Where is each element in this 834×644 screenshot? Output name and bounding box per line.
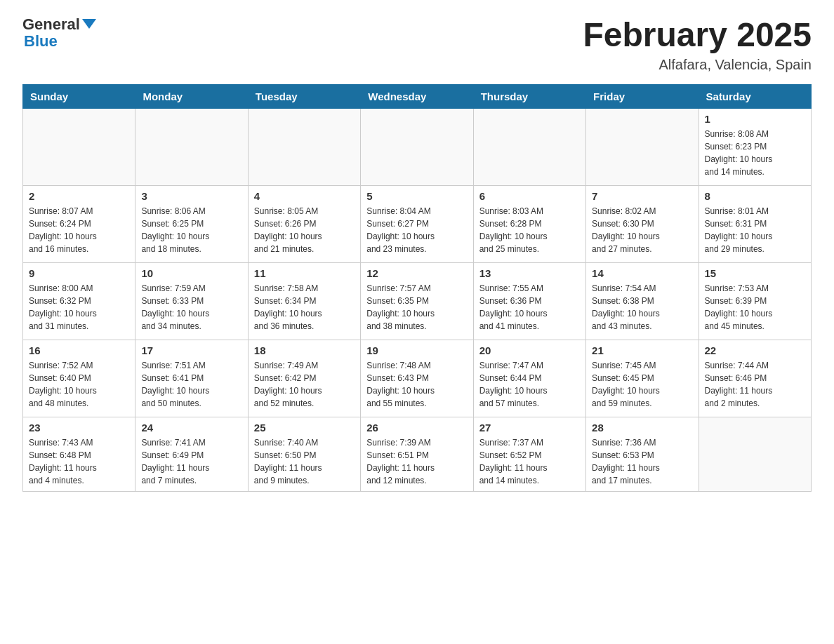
day-number: 25 [254,422,355,434]
day-number: 28 [592,422,692,434]
day-number: 14 [592,267,692,279]
logo-blue-text: Blue [24,32,58,51]
day-number: 22 [705,344,805,356]
calendar-week-row: 23Sunrise: 7:43 AM Sunset: 6:48 PM Dayli… [23,417,812,491]
calendar-cell: 9Sunrise: 8:00 AM Sunset: 6:32 PM Daylig… [23,262,135,340]
day-info: Sunrise: 7:55 AM Sunset: 6:36 PM Dayligh… [479,282,580,333]
calendar-title: February 2025 [583,17,812,54]
calendar-cell [586,108,699,185]
calendar-cell: 19Sunrise: 7:48 AM Sunset: 6:43 PM Dayli… [361,340,473,417]
calendar-cell [248,108,360,185]
day-number: 11 [254,267,355,279]
calendar-cell: 14Sunrise: 7:54 AM Sunset: 6:38 PM Dayli… [586,262,699,340]
day-number: 6 [479,190,580,202]
day-info: Sunrise: 7:40 AM Sunset: 6:50 PM Dayligh… [254,436,355,487]
calendar-cell: 22Sunrise: 7:44 AM Sunset: 6:46 PM Dayli… [699,340,811,417]
calendar-cell [23,108,135,185]
calendar-cell: 5Sunrise: 8:04 AM Sunset: 6:27 PM Daylig… [361,185,473,262]
day-info: Sunrise: 7:43 AM Sunset: 6:48 PM Dayligh… [29,436,129,487]
calendar-cell: 23Sunrise: 7:43 AM Sunset: 6:48 PM Dayli… [23,417,135,491]
calendar-cell: 10Sunrise: 7:59 AM Sunset: 6:33 PM Dayli… [135,262,248,340]
calendar-cell: 16Sunrise: 7:52 AM Sunset: 6:40 PM Dayli… [23,340,135,417]
day-number: 20 [479,344,580,356]
calendar-cell [361,108,473,185]
day-number: 16 [29,344,129,356]
calendar-week-row: 1Sunrise: 8:08 AM Sunset: 6:23 PM Daylig… [23,108,812,185]
calendar-cell: 20Sunrise: 7:47 AM Sunset: 6:44 PM Dayli… [473,340,585,417]
day-info: Sunrise: 7:36 AM Sunset: 6:53 PM Dayligh… [592,436,692,487]
calendar-cell [699,417,811,491]
calendar-cell: 24Sunrise: 7:41 AM Sunset: 6:49 PM Dayli… [135,417,248,491]
day-info: Sunrise: 7:47 AM Sunset: 6:44 PM Dayligh… [479,359,580,410]
calendar-week-row: 16Sunrise: 7:52 AM Sunset: 6:40 PM Dayli… [23,340,812,417]
day-number: 17 [141,344,241,356]
day-info: Sunrise: 7:59 AM Sunset: 6:33 PM Dayligh… [141,282,241,333]
calendar-cell: 8Sunrise: 8:01 AM Sunset: 6:31 PM Daylig… [699,185,811,262]
day-info: Sunrise: 8:00 AM Sunset: 6:32 PM Dayligh… [29,282,129,333]
day-info: Sunrise: 8:08 AM Sunset: 6:23 PM Dayligh… [705,128,805,178]
day-info: Sunrise: 8:01 AM Sunset: 6:31 PM Dayligh… [705,205,805,255]
page-header: General Blue February 2025 Alfafara, Val… [22,17,812,73]
calendar-location: Alfafara, Valencia, Spain [583,57,812,73]
day-info: Sunrise: 7:44 AM Sunset: 6:46 PM Dayligh… [705,359,805,410]
day-number: 13 [479,267,580,279]
logo-triangle-icon [82,19,96,29]
day-number: 23 [29,422,129,434]
day-info: Sunrise: 8:06 AM Sunset: 6:25 PM Dayligh… [141,205,241,255]
day-number: 27 [479,422,580,434]
day-info: Sunrise: 8:03 AM Sunset: 6:28 PM Dayligh… [479,205,580,255]
day-number: 24 [141,422,241,434]
calendar-cell: 7Sunrise: 8:02 AM Sunset: 6:30 PM Daylig… [586,185,699,262]
day-info: Sunrise: 7:48 AM Sunset: 6:43 PM Dayligh… [366,359,467,410]
day-number: 3 [141,190,241,202]
calendar-cell: 25Sunrise: 7:40 AM Sunset: 6:50 PM Dayli… [248,417,360,491]
day-number: 2 [29,190,129,202]
day-number: 18 [254,344,355,356]
day-info: Sunrise: 7:41 AM Sunset: 6:49 PM Dayligh… [141,436,241,487]
calendar-cell: 4Sunrise: 8:05 AM Sunset: 6:26 PM Daylig… [248,185,360,262]
day-number: 4 [254,190,355,202]
day-info: Sunrise: 7:58 AM Sunset: 6:34 PM Dayligh… [254,282,355,333]
weekday-header-tuesday: Tuesday [248,84,360,108]
calendar-table: SundayMondayTuesdayWednesdayThursdayFrid… [22,84,812,492]
calendar-cell: 2Sunrise: 8:07 AM Sunset: 6:24 PM Daylig… [23,185,135,262]
day-info: Sunrise: 7:39 AM Sunset: 6:51 PM Dayligh… [366,436,467,487]
calendar-cell: 17Sunrise: 7:51 AM Sunset: 6:41 PM Dayli… [135,340,248,417]
day-info: Sunrise: 8:05 AM Sunset: 6:26 PM Dayligh… [254,205,355,255]
day-info: Sunrise: 8:02 AM Sunset: 6:30 PM Dayligh… [592,205,692,255]
calendar-cell: 21Sunrise: 7:45 AM Sunset: 6:45 PM Dayli… [586,340,699,417]
day-info: Sunrise: 7:57 AM Sunset: 6:35 PM Dayligh… [366,282,467,333]
calendar-cell: 11Sunrise: 7:58 AM Sunset: 6:34 PM Dayli… [248,262,360,340]
day-number: 26 [366,422,467,434]
day-number: 1 [705,113,805,125]
weekday-header-thursday: Thursday [473,84,585,108]
logo: General Blue [22,17,96,51]
calendar-cell: 27Sunrise: 7:37 AM Sunset: 6:52 PM Dayli… [473,417,585,491]
day-info: Sunrise: 7:51 AM Sunset: 6:41 PM Dayligh… [141,359,241,410]
calendar-cell: 13Sunrise: 7:55 AM Sunset: 6:36 PM Dayli… [473,262,585,340]
calendar-cell [135,108,248,185]
day-number: 8 [705,190,805,202]
day-info: Sunrise: 8:04 AM Sunset: 6:27 PM Dayligh… [366,205,467,255]
calendar-header-row: SundayMondayTuesdayWednesdayThursdayFrid… [23,84,812,108]
day-info: Sunrise: 8:07 AM Sunset: 6:24 PM Dayligh… [29,205,129,255]
calendar-cell: 18Sunrise: 7:49 AM Sunset: 6:42 PM Dayli… [248,340,360,417]
day-number: 7 [592,190,692,202]
calendar-cell: 3Sunrise: 8:06 AM Sunset: 6:25 PM Daylig… [135,185,248,262]
day-info: Sunrise: 7:49 AM Sunset: 6:42 PM Dayligh… [254,359,355,410]
calendar-cell: 12Sunrise: 7:57 AM Sunset: 6:35 PM Dayli… [361,262,473,340]
title-block: February 2025 Alfafara, Valencia, Spain [583,17,812,73]
weekday-header-sunday: Sunday [23,84,135,108]
weekday-header-wednesday: Wednesday [361,84,473,108]
day-number: 15 [705,267,805,279]
weekday-header-friday: Friday [586,84,699,108]
day-number: 5 [366,190,467,202]
day-number: 12 [366,267,467,279]
day-number: 9 [29,267,129,279]
logo-general-text: General [22,17,80,32]
calendar-week-row: 2Sunrise: 8:07 AM Sunset: 6:24 PM Daylig… [23,185,812,262]
calendar-week-row: 9Sunrise: 8:00 AM Sunset: 6:32 PM Daylig… [23,262,812,340]
calendar-cell: 1Sunrise: 8:08 AM Sunset: 6:23 PM Daylig… [699,108,811,185]
day-info: Sunrise: 7:54 AM Sunset: 6:38 PM Dayligh… [592,282,692,333]
weekday-header-saturday: Saturday [699,84,811,108]
